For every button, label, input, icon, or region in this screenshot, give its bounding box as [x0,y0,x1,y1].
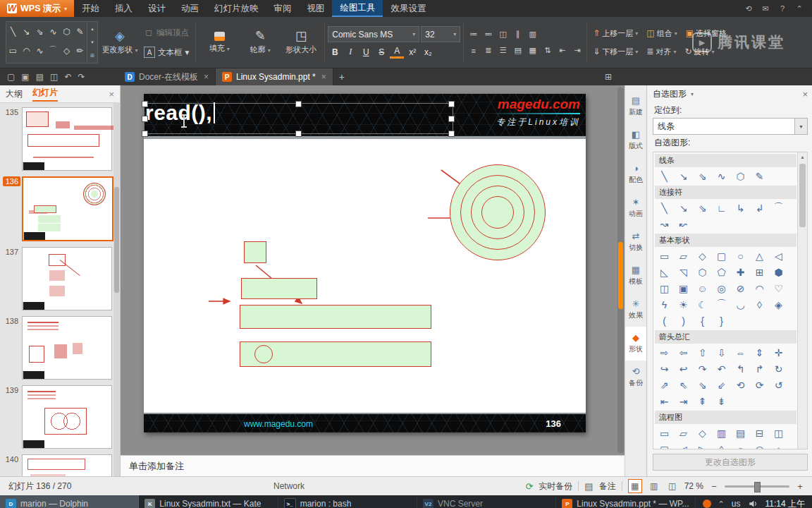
wps-tray-icon[interactable] [703,500,711,508]
shape-gallery-icon[interactable]: ╲ [6,22,20,41]
shape-gallery-icon[interactable]: ⌒ [47,41,60,60]
side-tool[interactable]: ◑ 配色 [625,157,646,191]
collapse-ribbon-icon[interactable]: ⌃ [792,2,806,15]
shape-icon[interactable]: ▥ [712,425,731,441]
shape-gallery-icon[interactable]: ◠ [20,41,33,60]
font-family-select[interactable]: Comic Sans MS ▾ [328,26,419,42]
shape-icon[interactable]: ⌒ [712,296,731,313]
textbox-button[interactable]: A 文本框 ▾ [140,44,192,61]
side-tool[interactable]: ✳ 效果 [625,293,646,327]
shape-icon[interactable]: ✎ [750,168,769,184]
shape-gallery-icon[interactable]: ⬡ [60,22,73,41]
arrange-button[interactable]: ◫ 组合 ▾ [644,25,679,41]
alignment-tool-icon[interactable]: ☰ [496,44,510,57]
app-menu-button[interactable]: W WPS 演示 ▾ [0,0,74,17]
redo-icon[interactable]: ↷ [78,72,85,82]
zoom-slider-thumb[interactable] [754,482,761,492]
shape-icon[interactable]: ○ [731,441,750,449]
save-icon[interactable]: ▣ [21,72,29,82]
keyboard-layout-indicator[interactable]: us [732,499,741,508]
shape-icon[interactable]: ↝ [655,216,674,232]
shape-icon[interactable]: ↻ [769,361,788,377]
slide-title-text[interactable]: read(), [145,101,215,125]
shape-icon[interactable]: ⇧ [693,344,712,361]
shape-icon[interactable]: ╲ [655,168,674,184]
canvas-scrollbar[interactable] [617,87,624,453]
shape-icon[interactable]: ▭ [655,425,674,441]
alignment-tool-icon[interactable]: ≣ [481,44,495,57]
shape-gallery-icon[interactable]: ∿ [47,22,60,41]
font-color-button[interactable]: A [390,45,404,59]
shape-icon[interactable]: ⬠ [712,264,731,280]
taskbar-item[interactable]: D marion — Dolphin [0,495,139,508]
shape-icon[interactable]: ◹ [674,264,693,280]
alignment-tool-icon[interactable]: ⇥ [570,44,584,57]
feedback-icon[interactable]: ✉ [758,2,773,15]
arrange-button[interactable]: ≣ 对齐 ▾ [644,44,679,59]
shape-size-button[interactable]: ◳ 形状大小 [281,18,321,66]
menu-item[interactable]: 插入 [107,0,140,17]
selection-handle[interactable] [142,101,148,107]
close-tab-icon[interactable]: × [204,72,209,82]
shape-icon[interactable]: ↶ [712,361,731,377]
gallery-down-icon[interactable]: ▾ [87,35,97,49]
notes-toggle-label[interactable]: 备注 [599,480,616,492]
shape-icon[interactable]: ⇦ [674,344,693,361]
shape-icon[interactable]: ◁ [674,441,693,449]
bold-button[interactable]: B [328,45,342,59]
slide-thumbnail[interactable]: 136 [3,176,113,241]
shape-icon[interactable]: ⬢ [769,264,788,280]
menu-item[interactable]: 设计 [140,0,173,17]
concentric-circles-shape[interactable] [450,164,546,260]
slide-canvas[interactable]: read(), magedu.com 专注于Linux培训 [144,94,586,433]
shape-icon[interactable]: ◊ [750,296,769,313]
shape-icon[interactable]: ✛ [769,344,788,361]
shape-icon[interactable]: ○ [731,248,750,264]
close-panel-icon[interactable]: × [802,89,808,99]
volume-icon[interactable] [748,499,758,508]
shape-icon[interactable]: ▱ [674,248,693,264]
slide-thumbnail[interactable]: 135 [3,107,113,171]
undo-icon[interactable]: ↶ [64,72,71,82]
shape-icon[interactable]: ⬡ [731,168,750,184]
green-rectangle-large[interactable] [240,341,431,367]
outline-button[interactable]: ✎ 轮廓 ▾ [240,18,281,66]
shape-icon[interactable]: ◺ [655,264,674,280]
shape-icon[interactable]: ◎ [750,441,769,449]
shape-gallery-icon[interactable]: ∿ [33,41,47,60]
menu-item[interactable]: 视图 [299,0,332,17]
shape-icon[interactable]: ⌒ [769,200,788,216]
slide-footer-band[interactable]: www.magedu.com 136 [144,413,586,433]
slide-header-band[interactable]: read(), magedu.com 专注于Linux培训 [144,94,586,139]
shape-icon[interactable]: ↲ [750,200,769,216]
shape-icon[interactable]: ◫ [769,425,788,441]
selection-handle[interactable] [142,131,148,137]
shape-icon[interactable]: ◇ [693,425,712,441]
shape-icon[interactable]: ⇗ [655,377,674,393]
shape-icon[interactable]: ⇤ [655,393,674,409]
shape-icon[interactable]: ∿ [712,168,731,184]
selection-handle[interactable] [448,101,455,107]
arrange-button[interactable]: ⇑ 上移一层 ▾ [590,25,641,41]
normal-view-icon[interactable]: ▦ [628,479,642,493]
shape-icon[interactable]: ↩ [674,361,693,377]
underline-button[interactable]: U [359,45,373,59]
shape-gallery-icon[interactable]: ◇ [60,41,73,60]
notes-icon[interactable]: ▤ [584,481,593,492]
shape-icon[interactable]: ↘ [674,200,693,216]
close-tab-icon[interactable]: × [321,72,326,82]
shape-gallery-icon[interactable]: ✏ [73,41,87,60]
gallery-up-icon[interactable]: ▴ [87,22,97,35]
menu-item[interactable]: 审阅 [266,0,299,17]
green-rectangle-large[interactable] [240,305,431,329]
green-rectangle-small[interactable] [244,241,266,263]
shape-gallery-icon[interactable]: ▭ [6,41,20,60]
shape-icon[interactable]: ♡ [769,280,788,296]
menu-item[interactable]: 效果设置 [383,0,433,17]
tab-outline[interactable]: 大纲 [6,88,23,100]
taskbar-item[interactable]: V2 VNC Server [417,495,556,508]
shape-icon[interactable]: ϟ [655,296,674,313]
shape-icon[interactable]: ↰ [731,361,750,377]
shape-icon[interactable]: ☺ [693,280,712,296]
arrange-button[interactable]: ↻ 旋转 ▾ [682,44,717,59]
